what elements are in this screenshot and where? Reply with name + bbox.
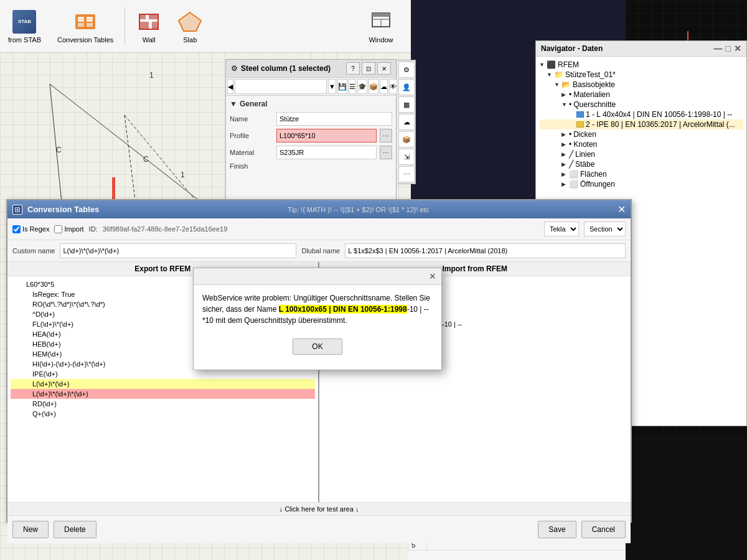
steel-settings-icon: ⚙ (231, 64, 238, 73)
side-cloud-btn[interactable]: ☁ (398, 114, 415, 130)
list-item-l-red[interactable]: L(\d+)\*(\d+)\*(\d+) (11, 389, 315, 399)
nav-querschnitte-item[interactable]: ▼ • Querschnitte (539, 100, 743, 110)
steel-save-btn[interactable]: 💾 (337, 79, 347, 94)
steel-close-btn[interactable]: ✕ (377, 62, 391, 75)
side-gear-btn[interactable]: ⚙ (398, 62, 415, 78)
slab-button[interactable]: Slab (172, 6, 207, 47)
steel-filter-btn[interactable]: ☰ (349, 79, 356, 94)
custom-name-input[interactable] (60, 243, 296, 258)
from-stab-label: from STAB (8, 36, 41, 44)
steel-side-toolbar: ⚙ 👤 ▦ ☁ 📦 ⇲ ⋯ (397, 60, 416, 184)
svg-rect-18 (87, 23, 93, 27)
steel-dropdown-btn[interactable]: ▼ (328, 79, 336, 94)
dlubal-name-input[interactable] (345, 243, 626, 258)
nav-project-item[interactable]: ▼ 📁 StützeTest_01* (539, 70, 743, 80)
conv-test-area[interactable]: ↓ Click here for test area ↓ (7, 502, 631, 515)
svg-rect-23 (152, 22, 158, 29)
side-box-btn[interactable]: 📦 (398, 131, 415, 147)
nav-l40-label: 1 - L 40x40x4 | DIN EN 10056-1:1998-10 |… (586, 110, 732, 119)
steel-back-btn[interactable]: ◀ (227, 79, 233, 94)
save-button[interactable]: Save (538, 521, 576, 538)
steel-grad-btn[interactable]: 🎓 (357, 79, 367, 94)
conv-tip-text: Tip: !{ MATH }! -- !{($1 + $2)! OR !{$1 … (104, 206, 613, 213)
error-ok-button[interactable]: OK (293, 338, 342, 355)
name-input[interactable] (276, 112, 392, 126)
side-table-btn[interactable]: ▦ (398, 96, 415, 113)
profile-input[interactable] (276, 129, 377, 142)
steel-search-input[interactable] (235, 79, 327, 94)
svg-text:C: C (143, 155, 149, 164)
steel-eye-btn[interactable]: 👁 (389, 79, 397, 94)
nav-l40-item[interactable]: 1 - L 40x40x4 | DIN EN 10056-1:1998-10 |… (539, 110, 743, 119)
side-person-btn[interactable]: 👤 (398, 79, 415, 95)
steel-cloud-btn[interactable]: ☁ (380, 79, 388, 94)
navigator-header: Navigator - Daten — □ ✕ (536, 41, 746, 57)
oeffnungen-icon: ⬜ (569, 180, 578, 189)
tekla-dropdown[interactable]: Tekla (544, 222, 579, 236)
nav-rfem-label: RFEM (558, 60, 579, 69)
nav-rfem-item[interactable]: ▼ ⬛ RFEM (539, 60, 743, 70)
section-dropdown[interactable]: Section (584, 222, 626, 236)
is-regex-checkbox-label[interactable]: Is Regex (12, 225, 49, 233)
material-input[interactable] (276, 146, 377, 159)
basis-icon: 📂 (561, 80, 571, 89)
nav-close-btn[interactable]: ✕ (734, 44, 741, 54)
list-item-q[interactable]: Q+(\d+) (11, 409, 315, 419)
svg-rect-16 (87, 17, 93, 22)
new-button[interactable]: New (12, 521, 49, 538)
nav-oeffnungen-item[interactable]: ▶ ⬜ Öffnungen (539, 179, 743, 189)
profile-label: Profile (230, 132, 273, 139)
is-regex-label: Is Regex (22, 225, 49, 233)
nav-materialien-item[interactable]: ▶ • Materialien (539, 90, 743, 100)
is-regex-checkbox[interactable] (12, 225, 21, 233)
nav-ipe80-label: 2 - IPE 80 | EN 10365:2017 | ArcelorMitt… (586, 120, 735, 129)
delete-button[interactable]: Delete (54, 521, 96, 538)
nav-flaechen-item[interactable]: ▶ ⬜ Flächen (539, 169, 743, 179)
nav-knoten-item[interactable]: ▶ • Knoten (539, 139, 743, 149)
nav-minimize-btn[interactable]: — (714, 44, 723, 54)
profile-more-btn[interactable]: ⋯ (380, 129, 392, 142)
wall-label: Wall (143, 36, 156, 44)
import-checkbox-label[interactable]: Import (54, 225, 83, 233)
nav-staebe-item[interactable]: ▶ ╱ Stäbe (539, 159, 743, 169)
from-stab-button[interactable]: STAB from STAB (3, 6, 46, 47)
window-label: Window (369, 36, 393, 44)
error-dialog-header: ✕ (194, 268, 441, 285)
conv-footer-right: Save Cancel (538, 521, 626, 538)
list-item-rd[interactable]: RD(\d+) (11, 399, 315, 409)
flaechen-icon: ⬜ (569, 170, 578, 179)
steel-box-btn[interactable]: 📦 (369, 79, 378, 94)
l40-color-icon (576, 111, 584, 118)
wall-button[interactable]: Wall (131, 6, 166, 47)
steel-help-btn[interactable]: ? (346, 62, 360, 75)
nav-ipe80-item[interactable]: 2 - IPE 80 | EN 10365:2017 | ArcelorMitt… (539, 119, 743, 129)
nav-linien-item[interactable]: ▶ ╱ Linien (539, 149, 743, 159)
conv-close-button[interactable]: ✕ (618, 203, 626, 215)
error-highlighted-text: L 100x100x65 | DIN EN 10056-1:1998 (279, 305, 407, 314)
nav-dicken-item[interactable]: ▶ • Dicken (539, 129, 743, 139)
nav-maximize-btn[interactable]: □ (726, 44, 731, 54)
import-checkbox[interactable] (54, 225, 62, 233)
conversion-tables-button[interactable]: Conversion Tables (52, 6, 118, 47)
id-label: ID: (89, 225, 98, 233)
steel-unlink-btn[interactable]: ⊡ (362, 62, 375, 75)
conv-footer: New Delete Save Cancel (7, 515, 631, 543)
import-label: Import (64, 225, 83, 233)
conv-controls-row: Is Regex Import ID: 36f989af-fa27-488c-8… (7, 218, 631, 240)
svg-rect-21 (149, 14, 158, 19)
cancel-button[interactable]: Cancel (581, 521, 626, 538)
list-item-l-yellow[interactable]: L(\d+)\*(\d+) (11, 379, 315, 389)
side-expand-btn[interactable]: ⇲ (398, 149, 415, 165)
side-more-btn[interactable]: ⋯ (398, 166, 415, 182)
nav-basis-item[interactable]: ▼ 📂 Basisobjekte (539, 80, 743, 90)
material-more-btn[interactable]: ⋯ (380, 146, 392, 159)
conv-names-row: Custom name Dlubal name (7, 240, 631, 262)
error-close-button[interactable]: ✕ (429, 271, 436, 281)
window-button[interactable]: Window (364, 6, 398, 47)
slab-label: Slab (183, 36, 197, 44)
svg-rect-17 (78, 23, 84, 27)
nav-oeffnungen-label: Öffnungen (580, 180, 615, 189)
finish-label: Finish (230, 162, 273, 170)
list-item-ipe[interactable]: IPE(\d+) (11, 369, 315, 379)
steel-panel-header: ⚙ Steel column (1 selected) ? ⊡ ✕ (226, 60, 396, 78)
